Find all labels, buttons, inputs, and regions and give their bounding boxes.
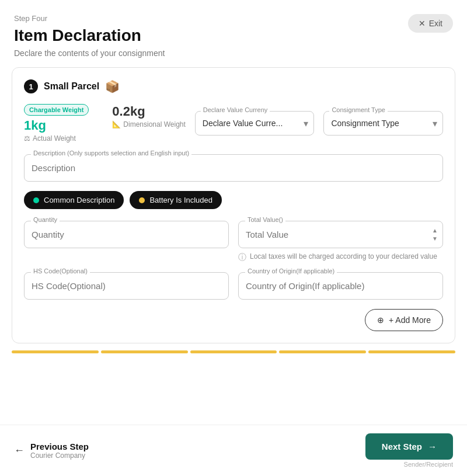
- battery-included-label: Battery Is Included: [149, 196, 212, 204]
- next-step-button[interactable]: Next Step →: [365, 433, 453, 460]
- footer: ← Previous Step Courier Company Next Ste…: [0, 425, 467, 476]
- add-more-button[interactable]: ⊕ + Add More: [365, 309, 443, 331]
- next-step-arrow-icon: →: [428, 442, 437, 451]
- description-label: Description (Only supports selection and…: [31, 150, 191, 157]
- total-value-wrapper: Total Value() ▲ ▼: [238, 221, 443, 248]
- page-title: Item Declaration: [14, 26, 453, 45]
- dropdowns-row: Declare Value Curreny Declare Value Curr…: [195, 111, 443, 135]
- dimensional-label: 📐 Dimensional Weight: [112, 120, 186, 128]
- common-description-dot: [33, 197, 39, 203]
- prev-step-label: Previous Step: [30, 442, 89, 451]
- prev-step-area[interactable]: ← Previous Step Courier Company: [14, 442, 89, 460]
- spinner-up-button[interactable]: ▲: [431, 227, 438, 234]
- page-header: ✕ Exit Step Four Item Declaration Declar…: [0, 0, 467, 67]
- tags-row: Common Description Battery Is Included: [24, 191, 443, 209]
- prev-step-arrow-icon: ←: [14, 444, 25, 457]
- prev-step-text: Previous Step Courier Company: [30, 442, 89, 460]
- country-col: Country of Origin(If applicable): [238, 272, 443, 300]
- country-input[interactable]: [238, 272, 443, 300]
- progress-segment: [190, 350, 277, 353]
- total-value-col: Total Value() ▲ ▼ ⓘ Local taxes will be …: [238, 221, 443, 263]
- country-label: Country of Origin(If applicable): [245, 267, 337, 275]
- progress-segment: [279, 350, 366, 353]
- battery-included-dot: [139, 197, 145, 203]
- step-label: Step Four: [14, 14, 453, 23]
- country-wrapper: Country of Origin(If applicable): [238, 272, 443, 300]
- consignment-type-select[interactable]: Consignment Type: [323, 111, 443, 135]
- tax-notice-text: Local taxes will be charged according to…: [250, 252, 437, 262]
- info-icon: ⓘ: [238, 252, 246, 263]
- common-description-button[interactable]: Common Description: [24, 191, 124, 209]
- actual-weight-label: ⚖ Actual Weight: [24, 134, 89, 143]
- spinner-down-button[interactable]: ▼: [431, 235, 438, 242]
- hs-code-col: HS Code(Optional): [24, 272, 229, 300]
- battery-included-button[interactable]: Battery Is Included: [130, 191, 222, 209]
- progress-segment: [101, 350, 188, 353]
- next-step-sub: Sender/Recipient: [404, 461, 453, 468]
- dimensional-weight: 0.2kg 📐 Dimensional Weight: [112, 104, 186, 143]
- quantity-col: Quantity: [24, 221, 229, 263]
- hs-code-wrapper: HS Code(Optional): [24, 272, 229, 300]
- add-more-label: + Add More: [389, 315, 431, 325]
- description-section: Description (Only supports selection and…: [24, 154, 443, 182]
- consignment-type-wrapper: Consignment Type Consignment Type ▾: [323, 111, 443, 135]
- chargeable-weight: Chargable Weight 1kg ⚖ Actual Weight: [24, 104, 89, 143]
- page-subtitle: Declare the contents of your consignment: [14, 48, 453, 58]
- declare-value-wrapper: Declare Value Curreny Declare Value Curr…: [195, 111, 315, 135]
- scale-icon: ⚖: [24, 134, 30, 143]
- add-more-section: ⊕ + Add More: [24, 309, 443, 331]
- progress-segment: [368, 350, 455, 353]
- quantity-label: Quantity: [31, 216, 60, 223]
- total-value-input[interactable]: [238, 221, 443, 248]
- total-value-label: Total Value(): [245, 216, 285, 223]
- next-btn-area: Next Step → Sender/Recipient: [365, 433, 453, 468]
- consignment-type-label: Consignment Type: [329, 106, 388, 113]
- parcel-card: 1 Small Parcel 📦 Chargable Weight 1kg ⚖ …: [12, 67, 455, 343]
- tax-notice: ⓘ Local taxes will be charged according …: [238, 252, 443, 263]
- hs-code-label: HS Code(Optional): [31, 267, 90, 275]
- dimensional-value: 0.2kg: [112, 104, 186, 119]
- exit-button[interactable]: ✕ Exit: [408, 14, 453, 33]
- declare-value-label: Declare Value Curreny: [201, 106, 270, 113]
- box-icon: 📐: [112, 120, 121, 128]
- chargeable-badge: Chargable Weight: [24, 104, 89, 116]
- spinner-buttons: ▲ ▼: [431, 227, 438, 242]
- quantity-total-row: Quantity Total Value() ▲ ▼ ⓘ: [24, 221, 443, 263]
- next-step-label: Next Step: [382, 442, 422, 451]
- description-input-wrapper: Description (Only supports selection and…: [24, 154, 443, 182]
- progress-bar: [12, 350, 455, 353]
- declare-value-select[interactable]: Declare Value Curre...: [195, 111, 315, 135]
- parcel-name: Small Parcel: [44, 81, 99, 92]
- quantity-wrapper: Quantity: [24, 221, 229, 248]
- exit-icon: ✕: [419, 19, 426, 28]
- weight-info: Chargable Weight 1kg ⚖ Actual Weight 0.2…: [24, 104, 186, 143]
- description-input[interactable]: [24, 154, 443, 182]
- progress-segment: [12, 350, 99, 353]
- common-description-label: Common Description: [44, 196, 114, 204]
- quantity-input[interactable]: [24, 221, 229, 248]
- parcel-emoji: 📦: [105, 79, 120, 93]
- parcel-number: 1: [24, 79, 38, 93]
- hs-country-row: HS Code(Optional) Country of Origin(If a…: [24, 272, 443, 300]
- main-content: 1 Small Parcel 📦 Chargable Weight 1kg ⚖ …: [0, 67, 467, 365]
- hs-code-input[interactable]: [24, 272, 229, 300]
- prev-step-sub: Courier Company: [30, 451, 89, 460]
- parcel-header: 1 Small Parcel 📦: [24, 79, 443, 93]
- chargeable-value: 1kg: [24, 118, 89, 133]
- add-more-icon: ⊕: [377, 315, 384, 325]
- weight-dropdowns-row: Chargable Weight 1kg ⚖ Actual Weight 0.2…: [24, 104, 443, 143]
